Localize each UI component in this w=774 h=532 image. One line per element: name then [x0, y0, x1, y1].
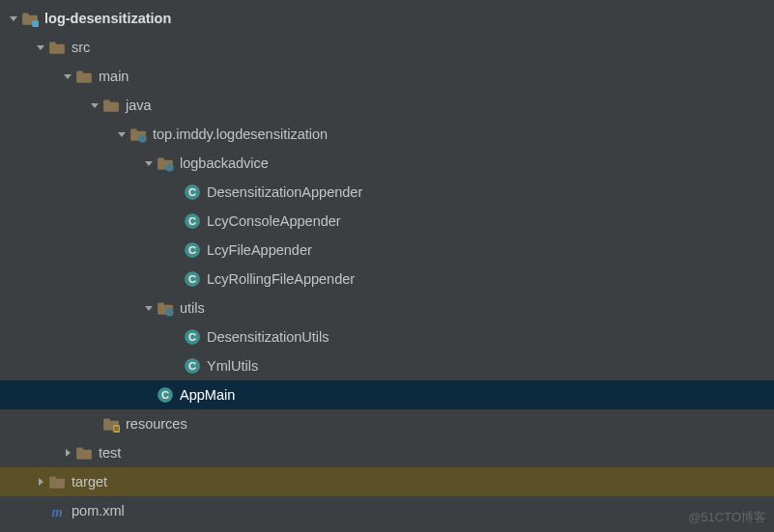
chevron-right-icon[interactable]: [60, 445, 75, 461]
tree-item-resources[interactable]: resources: [0, 409, 774, 438]
tree-item-label: test: [99, 445, 121, 461]
tree-item-label: LcyConsoleAppender: [207, 213, 341, 229]
tree-item-logbackadvice[interactable]: logbackadvice: [0, 149, 774, 178]
tree-item-utils[interactable]: utils: [0, 294, 774, 322]
tree-item-label: main: [99, 69, 129, 84]
chevron-down-icon[interactable]: [6, 11, 21, 26]
package-icon: [157, 154, 174, 172]
tree-item-label: src: [72, 40, 90, 55]
chevron-right-icon[interactable]: [33, 474, 48, 490]
chevron-down-icon[interactable]: [33, 40, 48, 55]
maven-file-icon: [48, 502, 66, 519]
tree-item-label: LcyFileAppender: [207, 242, 312, 258]
tree-item-root[interactable]: log-desensitization: [0, 4, 774, 33]
tree-item-label: log-desensitization: [44, 11, 171, 26]
tree-item-label: java: [126, 98, 152, 113]
excluded-folder-icon: [48, 473, 66, 490]
chevron-down-icon[interactable]: [141, 155, 157, 171]
folder-icon: [75, 444, 93, 462]
java-class-icon: [184, 328, 201, 346]
watermark-text: @51CTO博客: [688, 509, 766, 526]
tree-item-class[interactable]: DesensitizationUtils: [0, 322, 774, 351]
tree-item-main[interactable]: main: [0, 62, 774, 91]
chevron-down-icon[interactable]: [114, 126, 129, 142]
java-class-icon: [184, 270, 201, 288]
tree-item-label: DesensitizationAppender: [207, 184, 362, 200]
tree-item-label: resources: [126, 416, 187, 432]
tree-item-label: YmlUtils: [207, 358, 258, 374]
tree-item-target[interactable]: target: [0, 467, 774, 496]
tree-item-package[interactable]: top.imddy.logdesensitization: [0, 120, 774, 149]
tree-item-class[interactable]: DesensitizationAppender: [0, 178, 774, 207]
tree-item-class[interactable]: LcyRollingFileAppender: [0, 265, 774, 294]
tree-item-test[interactable]: test: [0, 438, 774, 467]
folder-icon: [75, 68, 93, 85]
tree-item-src[interactable]: src: [0, 33, 774, 62]
tree-item-label: pom.xml: [72, 503, 125, 518]
tree-item-java[interactable]: java: [0, 91, 774, 120]
tree-item-class[interactable]: YmlUtils: [0, 351, 774, 380]
source-folder-icon: [102, 97, 120, 114]
package-icon: [129, 126, 147, 143]
chevron-down-icon[interactable]: [141, 300, 157, 316]
java-class-icon: [184, 212, 201, 230]
chevron-down-icon[interactable]: [87, 98, 102, 113]
java-class-icon: [184, 241, 201, 259]
tree-item-label: top.imddy.logdesensitization: [153, 126, 328, 142]
folder-icon: [48, 39, 66, 56]
tree-item-label: utils: [180, 300, 205, 316]
tree-item-class[interactable]: LcyFileAppender: [0, 236, 774, 265]
tree-item-label: DesensitizationUtils: [207, 329, 330, 345]
tree-item-label: target: [72, 474, 107, 490]
tree-item-class[interactable]: LcyConsoleAppender: [0, 207, 774, 236]
java-class-icon: [157, 386, 174, 404]
chevron-down-icon[interactable]: [60, 69, 75, 84]
java-class-icon: [184, 183, 201, 201]
tree-item-label: LcyRollingFileAppender: [207, 271, 355, 287]
project-tree[interactable]: log-desensitization src main java top.im…: [0, 0, 774, 525]
java-class-icon: [184, 357, 201, 375]
tree-item-appmain[interactable]: AppMain: [0, 380, 774, 409]
package-icon: [157, 299, 174, 317]
tree-item-pom[interactable]: pom.xml: [0, 496, 774, 525]
tree-item-label: AppMain: [180, 387, 235, 403]
module-folder-icon: [21, 10, 39, 27]
tree-item-label: logbackadvice: [180, 155, 269, 171]
resources-folder-icon: [102, 415, 120, 433]
